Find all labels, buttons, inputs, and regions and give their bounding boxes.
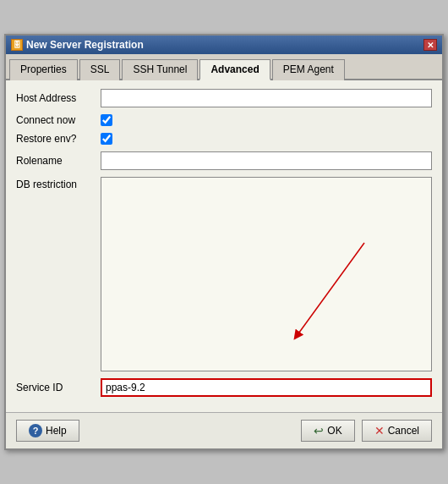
host-address-input[interactable] <box>101 89 432 107</box>
close-button[interactable]: ✕ <box>423 39 437 51</box>
db-restriction-label: DB restriction <box>16 177 101 190</box>
connect-now-checkbox[interactable] <box>101 114 112 126</box>
help-label: Help <box>46 425 67 437</box>
rolename-label: Rolename <box>16 155 101 167</box>
db-restriction-row: DB restriction <box>16 177 432 371</box>
service-id-row: Service ID <box>16 378 432 397</box>
title-bar-left: 🗄 New Server Registration <box>11 39 144 51</box>
service-id-input[interactable] <box>101 378 432 397</box>
tab-pem-agent[interactable]: PEM Agent <box>272 59 345 80</box>
footer-left: ? Help <box>16 420 79 442</box>
tab-properties[interactable]: Properties <box>9 59 78 80</box>
footer-right: ↩ OK ✕ Cancel <box>301 420 432 442</box>
db-icon: 🗄 <box>11 39 23 51</box>
cancel-icon: ✕ <box>374 424 385 437</box>
main-window: 🗄 New Server Registration ✕ Properties S… <box>4 34 444 450</box>
ok-icon: ↩ <box>314 424 324 437</box>
connect-now-row: Connect now <box>16 114 432 126</box>
tab-advanced[interactable]: Advanced <box>199 59 270 80</box>
help-icon: ? <box>29 424 42 437</box>
title-bar: 🗄 New Server Registration ✕ <box>6 36 442 54</box>
ok-label: OK <box>327 425 341 437</box>
restore-env-label: Restore env? <box>16 133 101 145</box>
window-title: New Server Registration <box>26 39 144 51</box>
form-content: Host Address Connect now Restore env? Ro… <box>6 80 442 412</box>
cancel-button[interactable]: ✕ Cancel <box>362 420 432 442</box>
tab-ssl[interactable]: SSL <box>79 59 121 80</box>
rolename-input[interactable] <box>101 151 432 170</box>
rolename-row: Rolename <box>16 151 432 170</box>
host-address-label: Host Address <box>16 92 101 104</box>
restore-env-checkbox[interactable] <box>101 133 112 145</box>
host-address-row: Host Address <box>16 89 432 107</box>
service-id-label: Service ID <box>16 382 101 393</box>
connect-now-label: Connect now <box>16 114 101 126</box>
help-button[interactable]: ? Help <box>16 420 79 442</box>
tab-bar: Properties SSL SSH Tunnel Advanced PEM A… <box>6 54 442 80</box>
cancel-label: Cancel <box>388 425 419 437</box>
db-restriction-textarea[interactable] <box>101 177 432 371</box>
ok-button[interactable]: ↩ OK <box>301 420 354 442</box>
restore-env-row: Restore env? <box>16 133 432 145</box>
tab-ssh-tunnel[interactable]: SSH Tunnel <box>122 59 198 80</box>
footer: ? Help ↩ OK ✕ Cancel <box>6 412 442 448</box>
